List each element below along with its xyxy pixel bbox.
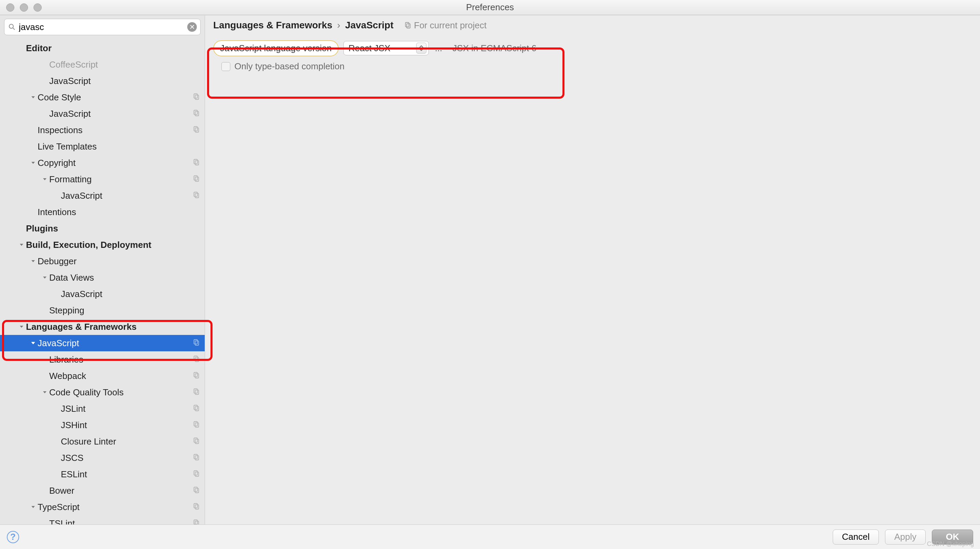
chevron-down-icon[interactable] bbox=[29, 95, 37, 100]
version-hint: JSX in ECMAScript 6 bbox=[452, 43, 536, 54]
tree-item-label: TSLint bbox=[49, 518, 75, 525]
svg-rect-16 bbox=[194, 356, 197, 360]
chevron-down-icon[interactable] bbox=[29, 160, 37, 166]
tree-item[interactable]: JSCS bbox=[0, 450, 205, 466]
svg-rect-6 bbox=[194, 126, 197, 131]
svg-rect-14 bbox=[194, 340, 197, 344]
chevron-down-icon[interactable] bbox=[41, 176, 49, 182]
breadcrumb-sep: › bbox=[337, 20, 340, 31]
svg-rect-20 bbox=[194, 389, 197, 393]
chevron-down-icon[interactable] bbox=[29, 504, 37, 510]
select-stepper-icon[interactable] bbox=[416, 43, 426, 54]
chevron-down-icon[interactable] bbox=[29, 259, 37, 264]
tree-item-label: Languages & Frameworks bbox=[26, 322, 137, 332]
tree-item[interactable]: Languages & Frameworks bbox=[0, 319, 205, 335]
svg-rect-28 bbox=[194, 454, 197, 459]
tree-item[interactable]: Plugins bbox=[0, 220, 205, 236]
svg-line-1 bbox=[13, 28, 15, 30]
tree-item[interactable]: Debugger bbox=[0, 253, 205, 270]
svg-rect-27 bbox=[195, 439, 199, 444]
svg-rect-32 bbox=[194, 487, 197, 491]
svg-rect-26 bbox=[194, 438, 197, 442]
tree-item[interactable]: TSLint bbox=[0, 515, 205, 524]
tree-item[interactable]: Editor bbox=[0, 40, 205, 56]
tree-item[interactable]: Code Style bbox=[0, 89, 205, 105]
tree-item-label: ESLint bbox=[61, 469, 87, 480]
type-completion-label: Only type-based completion bbox=[234, 61, 344, 72]
tree-item[interactable]: Bower bbox=[0, 482, 205, 499]
svg-rect-35 bbox=[195, 505, 199, 509]
copy-icon bbox=[192, 338, 200, 349]
svg-rect-39 bbox=[407, 24, 410, 28]
copy-icon bbox=[192, 125, 200, 136]
chevron-down-icon[interactable] bbox=[29, 340, 37, 346]
tree-item[interactable]: Stepping bbox=[0, 302, 205, 319]
svg-rect-3 bbox=[195, 95, 199, 99]
tree-item[interactable]: Intentions bbox=[0, 204, 205, 220]
tree-item[interactable]: Live Templates bbox=[0, 138, 205, 155]
language-version-select[interactable]: React JSX bbox=[344, 41, 429, 55]
apply-button[interactable]: Apply bbox=[885, 530, 926, 544]
chevron-down-icon[interactable] bbox=[41, 390, 49, 395]
tree-item[interactable]: JavaScript bbox=[0, 187, 205, 204]
svg-rect-36 bbox=[194, 520, 197, 524]
copy-icon bbox=[192, 436, 200, 447]
titlebar: Preferences bbox=[0, 0, 980, 15]
svg-point-0 bbox=[9, 24, 13, 29]
tree-item-label: Editor bbox=[26, 43, 52, 54]
copy-icon bbox=[192, 354, 200, 365]
svg-rect-15 bbox=[195, 341, 199, 345]
tree-item[interactable]: JSHint bbox=[0, 417, 205, 433]
tree-item[interactable]: Inspections bbox=[0, 122, 205, 138]
crumb-root[interactable]: Languages & Frameworks bbox=[213, 20, 332, 31]
search-input-wrap[interactable]: ✕ bbox=[4, 19, 200, 35]
svg-rect-7 bbox=[195, 128, 199, 132]
more-button[interactable]: ... bbox=[434, 43, 444, 54]
tree-item[interactable]: Code Quality Tools bbox=[0, 384, 205, 400]
chevron-down-icon[interactable] bbox=[18, 324, 25, 330]
svg-rect-11 bbox=[195, 177, 199, 181]
ok-button[interactable]: OK bbox=[932, 530, 973, 544]
svg-rect-30 bbox=[194, 470, 197, 475]
svg-rect-12 bbox=[194, 192, 197, 196]
copy-icon bbox=[192, 502, 200, 513]
tree-item[interactable]: Copyright bbox=[0, 155, 205, 171]
tree-item[interactable]: JavaScript bbox=[0, 105, 205, 122]
tree-item[interactable]: ESLint bbox=[0, 466, 205, 482]
svg-rect-29 bbox=[195, 455, 199, 460]
language-version-label: JavaScript language version bbox=[213, 40, 339, 56]
tree-item[interactable]: JavaScript bbox=[0, 335, 205, 351]
svg-rect-24 bbox=[194, 421, 197, 426]
cancel-button[interactable]: Cancel bbox=[833, 530, 879, 544]
chevron-down-icon[interactable] bbox=[18, 242, 25, 248]
tree-item[interactable]: JSLint bbox=[0, 400, 205, 417]
crumb-leaf[interactable]: JavaScript bbox=[345, 20, 394, 31]
tree-item[interactable]: Libraries bbox=[0, 351, 205, 368]
tree-item[interactable]: Build, Execution, Deployment bbox=[0, 236, 205, 253]
tree-item-label: Data Views bbox=[49, 273, 94, 283]
tree-item[interactable]: Data Views bbox=[0, 270, 205, 286]
tree-item-label: Live Templates bbox=[38, 141, 97, 152]
search-input[interactable] bbox=[16, 22, 187, 32]
tree-item[interactable]: TypeScript bbox=[0, 499, 205, 515]
select-value: React JSX bbox=[348, 43, 416, 54]
type-completion-checkbox[interactable] bbox=[221, 62, 230, 71]
search-icon bbox=[8, 23, 16, 31]
tree-item[interactable]: Webpack bbox=[0, 368, 205, 384]
settings-tree[interactable]: EditorCoffeeScriptJavaScriptCode StyleJa… bbox=[0, 38, 205, 524]
sidebar: ✕ EditorCoffeeScriptJavaScriptCode Style… bbox=[0, 15, 205, 524]
help-button[interactable]: ? bbox=[7, 531, 19, 543]
tree-item-label: JavaScript bbox=[49, 109, 91, 119]
tree-item[interactable]: Closure Linter bbox=[0, 433, 205, 450]
clear-search-icon[interactable]: ✕ bbox=[187, 22, 197, 32]
tree-item-label: Closure Linter bbox=[61, 436, 116, 447]
tree-item[interactable]: Formatting bbox=[0, 171, 205, 187]
chevron-down-icon[interactable] bbox=[41, 275, 49, 280]
tree-item[interactable]: CoffeeScript bbox=[0, 56, 205, 73]
tree-item-label: TypeScript bbox=[38, 502, 80, 513]
tree-item[interactable]: JavaScript bbox=[0, 286, 205, 302]
copy-icon bbox=[192, 420, 200, 430]
tree-item[interactable]: JavaScript bbox=[0, 73, 205, 89]
tree-item-label: JSLint bbox=[61, 403, 86, 414]
tree-item-label: Code Quality Tools bbox=[49, 387, 124, 398]
